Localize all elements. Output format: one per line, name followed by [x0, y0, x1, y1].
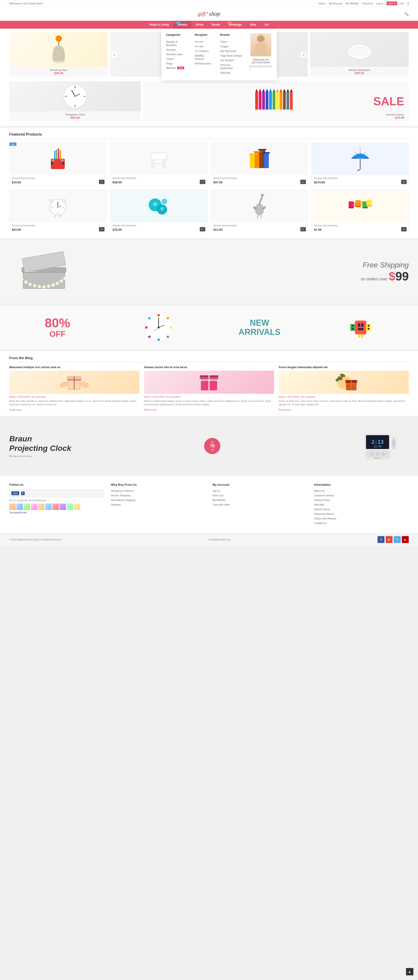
cat-watches[interactable]: Watches — [166, 67, 176, 69]
brand-sekonda[interactable]: Sekonda — [220, 72, 230, 74]
why-link-1[interactable]: Secure Shopping — [111, 494, 131, 497]
dropdown-categories: Categories Bangles & Bracelets Earrings … — [166, 33, 188, 76]
cat-chains[interactable]: Chains — [166, 57, 174, 60]
blog-read-more-3[interactable]: Read more — [279, 408, 291, 411]
promo-clock-item — [110, 312, 207, 342]
jewelry-dropdown: Categories Bangles & Bracelets Earrings … — [161, 29, 277, 80]
brand-hugo-boss[interactable]: Hugo Boss Orange — [220, 54, 242, 57]
account-link-0[interactable]: Sign In — [212, 489, 220, 492]
footer-youtube-icon[interactable]: ▶ — [402, 536, 409, 543]
rec-him[interactable]: For Him — [195, 45, 204, 48]
brand-hot-diamonds[interactable]: Hot Diamonds — [220, 50, 236, 52]
add-to-cart-5[interactable]: 🛒 — [99, 227, 104, 231]
cart-button[interactable]: Cart: 0 — [386, 2, 397, 5]
blog-read-more-2[interactable]: Read more — [144, 408, 156, 411]
account-link-2[interactable]: My Wishlist — [212, 499, 225, 501]
svg-point-132 — [42, 285, 46, 288]
add-to-cart-3[interactable]: 🛒 — [300, 180, 306, 184]
product-1-image — [10, 143, 106, 175]
fb-like-button[interactable]: Like — [11, 491, 19, 495]
feature-price-badge: $75.00 — [204, 438, 220, 454]
nav-item-kids[interactable]: Kids — [246, 21, 260, 29]
svg-rect-121 — [362, 207, 368, 208]
rec-children[interactable]: For Children — [195, 50, 209, 52]
nav-checkout[interactable]: Checkout — [362, 2, 372, 5]
search-icon[interactable]: 🔍 — [404, 12, 409, 16]
add-to-cart-8[interactable]: 🛒 — [401, 227, 407, 231]
info-link-0[interactable]: About Us — [314, 489, 325, 492]
fb-footer-link[interactable]: TemplateMonster — [9, 511, 104, 514]
account-link-3[interactable]: Track My Order — [212, 503, 230, 506]
browse-collection-link[interactable]: Browse Entire Collection » — [249, 65, 272, 70]
info-link-7[interactable]: Contact Us — [314, 522, 327, 525]
svg-rect-64 — [286, 110, 289, 111]
cat-earrings[interactable]: Earrings — [166, 48, 175, 51]
feature-product-link[interactable]: Monque lorem risus› — [9, 455, 32, 458]
cat-sets[interactable]: Jewellery Sets — [166, 53, 182, 56]
nav-item-weddings[interactable]: Sale Weddings — [225, 21, 246, 29]
why-link-2[interactable]: International Shipping — [111, 499, 136, 501]
info-link-1[interactable]: Customer Service — [314, 494, 334, 497]
svg-marker-52 — [286, 89, 289, 92]
follow-count: 36,671 people like TemplateMonster. — [9, 499, 104, 502]
product-card-6: Aenean larta stressbac. $75.00 🛒 — [110, 189, 207, 234]
cat-bangles[interactable]: Bangles & Bracelets — [166, 40, 177, 46]
rec-her[interactable]: For Her — [195, 40, 203, 43]
footer-google-icon[interactable]: g+ — [386, 536, 392, 543]
top-bar-right: Home My Account My Wishlist Checkout Log… — [319, 2, 409, 5]
nav-my-account[interactable]: My Account — [329, 2, 342, 5]
add-to-cart-4[interactable]: 🛒 — [401, 180, 407, 184]
brand-jon-richard[interactable]: Jon Richard — [220, 59, 234, 62]
info-link-4[interactable]: Search Terms — [314, 508, 330, 511]
svg-rect-174 — [200, 379, 218, 381]
svg-rect-33 — [255, 92, 258, 111]
nav-item-prints[interactable]: Prints — [191, 21, 207, 29]
add-to-cart-2[interactable]: 🛒 — [200, 180, 205, 184]
add-to-cart-6[interactable]: 🛒 — [200, 227, 205, 231]
add-to-cart-1[interactable]: 🛒 — [99, 180, 104, 184]
nav-my-wishlist[interactable]: My Wishlist — [346, 2, 359, 5]
blog-excerpt-2: Nulla orci ullamcorper magna. Donec ex i… — [144, 399, 274, 406]
facebook-icon: f — [21, 492, 25, 495]
svg-rect-116 — [349, 201, 354, 208]
brand-clizen[interactable]: Clizen — [220, 40, 227, 43]
banner-clock-name: Trimsphere Clock — [11, 113, 139, 116]
footer-facebook-icon[interactable]: f — [378, 536, 384, 543]
nav-item-art[interactable]: Art — [260, 21, 273, 29]
nav-item-jewelry[interactable]: New Jewelry Categories Bangles & Bracele… — [173, 21, 191, 29]
why-link-3[interactable]: Siteleam — [111, 503, 121, 506]
rec-reductions[interactable]: All Reductions — [195, 62, 211, 65]
info-link-2[interactable]: Privacy Policy — [314, 499, 330, 501]
brand-precious[interactable]: Precious Sentiments — [220, 64, 233, 70]
product-7-price: $11.00 — [214, 228, 306, 231]
info-link-5[interactable]: Advanced Search — [314, 512, 334, 515]
language-selector[interactable]: En — [400, 2, 404, 5]
why-link-0[interactable]: Shopping & Returns — [111, 489, 134, 492]
nav-item-home-living[interactable]: Home & Living — [145, 21, 173, 29]
nav-log-in[interactable]: Log In — [376, 2, 383, 5]
promo-percent: 80% — [9, 317, 106, 329]
svg-point-144 — [167, 336, 169, 338]
info-link-6[interactable]: Orders and Returns — [314, 517, 337, 520]
info-link-3[interactable]: Site Map — [314, 503, 324, 506]
nav-item-books[interactable]: Books — [207, 21, 225, 29]
svg-rect-157 — [358, 334, 360, 337]
dropdown-image-area: Diamonds are girl's best friend Browse E… — [249, 33, 272, 76]
blog-read-more-1[interactable]: Read more — [9, 408, 22, 411]
add-to-cart-7[interactable]: 🛒 — [300, 227, 306, 231]
currency-selector[interactable]: $ — [407, 2, 409, 5]
hero-arrow-right[interactable]: › — [301, 51, 306, 57]
brand-clogau[interactable]: Clogau — [220, 45, 228, 48]
svg-point-131 — [38, 285, 41, 288]
rec-multibuy[interactable]: MultiBuy Savings — [195, 54, 204, 60]
svg-marker-44 — [273, 89, 275, 92]
account-link-1[interactable]: View Cart — [212, 494, 223, 497]
follower-avatars — [9, 504, 104, 510]
svg-rect-37 — [262, 92, 265, 111]
nav-home[interactable]: Home — [319, 2, 325, 5]
hero-arrow-left[interactable]: ‹ — [112, 51, 117, 57]
svg-point-191 — [370, 452, 373, 456]
footer-twitter-icon[interactable]: t — [394, 536, 400, 543]
cat-rings[interactable]: Rings — [166, 62, 172, 65]
logo[interactable]: gift ♥ shop — [198, 10, 220, 18]
